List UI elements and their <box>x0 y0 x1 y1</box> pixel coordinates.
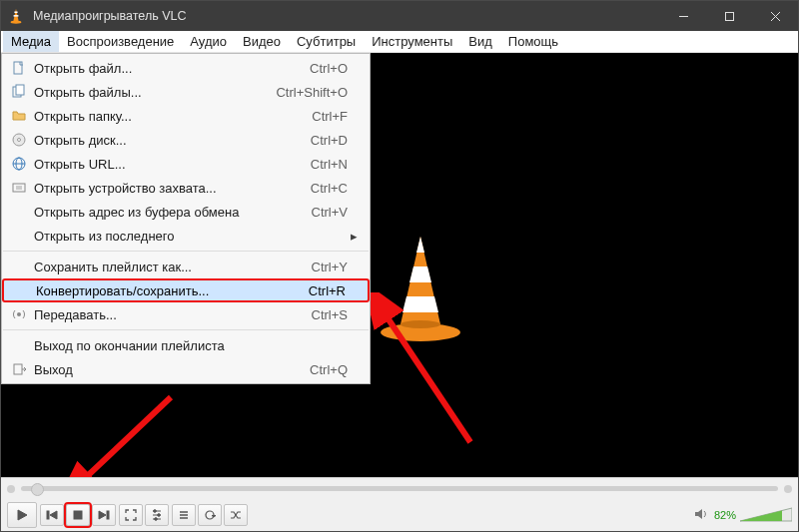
menu-item-label: Передавать... <box>30 307 300 322</box>
playlist-group <box>172 504 248 526</box>
video-area: Открыть файл... Ctrl+O Открыть файлы... … <box>1 53 798 477</box>
capture-icon <box>8 180 30 196</box>
svg-rect-16 <box>16 85 24 95</box>
loop-button[interactable] <box>198 504 222 526</box>
menu-playback[interactable]: Воспроизведение <box>59 31 182 52</box>
speaker-icon <box>694 507 710 524</box>
menu-item-label: Выход <box>30 362 298 377</box>
maximize-button[interactable] <box>706 1 752 31</box>
menu-item-label: Открыть файлы... <box>30 85 264 100</box>
shuffle-button[interactable] <box>224 504 248 526</box>
menu-item-label: Сохранить плейлист как... <box>30 260 300 274</box>
svg-point-24 <box>17 312 21 316</box>
menu-stream[interactable]: Передавать... Ctrl+S <box>2 302 370 326</box>
menu-audio[interactable]: Аудио <box>182 31 235 52</box>
menu-convert-save[interactable]: Конвертировать/сохранить... Ctrl+R <box>2 278 370 302</box>
annotation-arrow-to-stop <box>61 387 181 477</box>
menu-quit[interactable]: Выход Ctrl+Q <box>2 357 370 381</box>
svg-rect-2 <box>14 15 19 17</box>
menu-item-shortcut: Ctrl+V <box>300 205 348 220</box>
menu-media[interactable]: Медиа <box>3 31 59 52</box>
seek-end-cap <box>784 485 792 493</box>
svg-rect-29 <box>47 511 49 519</box>
media-dropdown: Открыть файл... Ctrl+O Открыть файлы... … <box>1 53 371 384</box>
transport-group <box>40 504 116 526</box>
folder-icon <box>8 108 30 124</box>
menu-video[interactable]: Видео <box>235 31 289 52</box>
menu-item-label: Открыть адрес из буфера обмена <box>30 205 300 220</box>
volume-percent: 82% <box>714 509 736 521</box>
menu-help[interactable]: Помощь <box>500 31 566 52</box>
menu-item-label: Открыть диск... <box>30 133 299 148</box>
menu-open-folder[interactable]: Открыть папку... Ctrl+F <box>2 104 370 128</box>
menubar: Медиа Воспроизведение Аудио Видео Субтит… <box>1 31 798 53</box>
svg-rect-1 <box>14 12 17 14</box>
menu-item-shortcut: Ctrl+D <box>299 133 348 148</box>
menu-item-shortcut: Ctrl+C <box>299 181 348 196</box>
volume-slider[interactable] <box>740 506 792 524</box>
svg-rect-32 <box>107 511 109 519</box>
svg-line-26 <box>383 310 470 442</box>
menu-separator <box>3 329 369 330</box>
menu-open-capture[interactable]: Открыть устройство захвата... Ctrl+C <box>2 176 370 200</box>
window-title: Медиапроигрыватель VLC <box>33 9 660 23</box>
menu-separator <box>3 251 369 252</box>
menu-item-label: Открыть файл... <box>30 61 298 76</box>
menu-item-shortcut: Ctrl+Y <box>300 260 348 274</box>
menu-open-disc[interactable]: Открыть диск... Ctrl+D <box>2 128 370 152</box>
svg-marker-11 <box>409 266 431 282</box>
minimize-button[interactable] <box>660 1 706 31</box>
svg-point-38 <box>158 514 161 517</box>
seek-bar[interactable] <box>1 477 798 499</box>
svg-rect-23 <box>16 186 22 190</box>
menu-item-shortcut: Ctrl+Q <box>298 362 348 377</box>
menu-open-files[interactable]: Открыть файлы... Ctrl+Shift+O <box>2 80 370 104</box>
fullscreen-button[interactable] <box>119 504 143 526</box>
menu-item-shortcut: Ctrl+S <box>300 307 348 322</box>
close-button[interactable] <box>752 1 798 31</box>
svg-rect-25 <box>14 364 22 374</box>
menu-item-label: Открыть устройство захвата... <box>30 181 299 196</box>
menu-quit-after-playlist[interactable]: Выход по окончании плейлиста <box>2 333 370 357</box>
volume-control[interactable]: 82% <box>694 506 792 524</box>
svg-marker-28 <box>18 510 27 520</box>
menu-subtitles[interactable]: Субтитры <box>289 31 364 52</box>
svg-point-3 <box>11 21 22 24</box>
menu-item-label: Открыть папку... <box>30 109 300 124</box>
files-icon <box>8 84 30 100</box>
svg-marker-43 <box>212 516 216 518</box>
seek-start-cap <box>7 485 15 493</box>
menu-open-file[interactable]: Открыть файл... Ctrl+O <box>2 56 370 80</box>
menu-item-shortcut: Ctrl+N <box>299 157 348 172</box>
menu-tools[interactable]: Инструменты <box>364 31 460 52</box>
view-group <box>119 504 169 526</box>
play-button[interactable] <box>7 502 37 528</box>
svg-point-39 <box>155 518 158 521</box>
annotation-arrow-to-convert <box>371 292 480 452</box>
menu-open-clipboard[interactable]: Открыть адрес из буфера обмена Ctrl+V <box>2 200 370 224</box>
next-button[interactable] <box>92 504 116 526</box>
menu-item-shortcut: Ctrl+F <box>300 109 348 124</box>
menu-item-shortcut: Ctrl+O <box>298 61 348 76</box>
menu-item-shortcut: Ctrl+R <box>297 283 346 298</box>
app-window: Медиапроигрыватель VLC Медиа Воспроизвед… <box>0 0 799 532</box>
menu-item-label: Конвертировать/сохранить... <box>32 283 297 298</box>
menu-open-url[interactable]: Открыть URL... Ctrl+N <box>2 152 370 176</box>
svg-marker-33 <box>99 511 106 519</box>
playlist-button[interactable] <box>172 504 196 526</box>
seek-track[interactable] <box>21 486 778 491</box>
svg-marker-30 <box>50 511 57 519</box>
svg-point-37 <box>154 510 157 513</box>
menu-save-playlist[interactable]: Сохранить плейлист как... Ctrl+Y <box>2 255 370 278</box>
extended-settings-button[interactable] <box>145 504 169 526</box>
menu-open-recent[interactable]: Открыть из последнего ▸ <box>2 224 370 248</box>
titlebar: Медиапроигрыватель VLC <box>1 1 798 31</box>
stop-button[interactable] <box>66 504 90 526</box>
svg-rect-5 <box>725 12 733 20</box>
disc-icon <box>8 132 30 148</box>
svg-point-18 <box>18 139 21 142</box>
menu-view[interactable]: Вид <box>460 31 500 52</box>
quit-icon <box>8 361 30 377</box>
prev-button[interactable] <box>40 504 64 526</box>
stream-icon <box>8 306 30 322</box>
